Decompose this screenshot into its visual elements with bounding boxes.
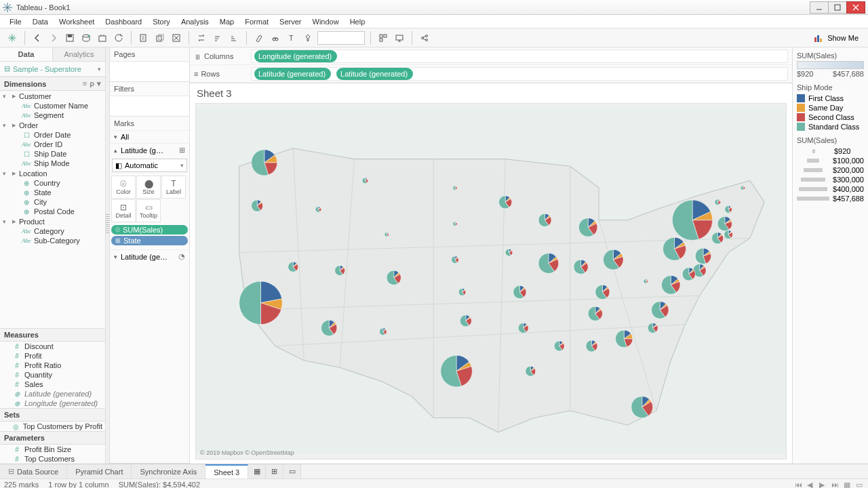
menu-dashboard[interactable]: Dashboard [100,16,147,27]
back-button[interactable] [29,30,45,46]
menu-analysis[interactable]: Analysis [176,16,214,27]
menu-map[interactable]: Map [214,16,239,27]
new-data-button[interactable] [78,30,94,46]
forward-button[interactable] [45,30,62,46]
menu-format[interactable]: Format [239,16,274,27]
field-order-id[interactable]: AbcOrder ID [0,140,105,149]
close-button[interactable] [846,1,865,14]
folder-order[interactable]: ▾▸Order [0,120,105,130]
group-button[interactable] [267,30,283,46]
datasource-tab[interactable]: ⊟Data Source [0,464,67,479]
highlight-button[interactable] [251,30,267,46]
showme-button[interactable]: Show Me [808,33,864,43]
color-card[interactable]: ⦾Color [111,176,136,199]
marks-pill-state[interactable]: ⊞State [111,236,188,245]
presentation-button[interactable] [391,30,408,46]
size-card[interactable]: ⬤Size [136,176,161,199]
marks-all-layer[interactable]: ▾All [110,130,189,143]
new-worksheet-button[interactable] [136,30,152,46]
set-top-customers-by-profit[interactable]: ◎Top Customers by Profit [0,422,105,431]
duplicate-button[interactable] [152,30,168,46]
rows-pill-latitude-a[interactable]: Latitude (generated) [254,68,331,80]
tooltip-card[interactable]: ▭Tooltip [136,199,161,222]
rows-pill-latitude-b[interactable]: Latitude (generated) [336,68,413,80]
clear-button[interactable] [168,30,184,46]
measure-discount[interactable]: #Discount [0,342,105,351]
nav-prev-icon[interactable]: ◀ [807,481,815,489]
rows-shelf[interactable]: ≡Rows Latitude (generated) Latitude (gen… [190,65,792,83]
folder-product[interactable]: ▾▸Product [0,216,105,226]
field-ship-mode[interactable]: AbcShip Mode [0,159,105,168]
marks-layer-a[interactable]: ▴Latitude (g…⊞ [110,143,189,157]
view-icon[interactable]: ≡ [83,79,87,88]
field-city[interactable]: ⊕City [0,197,105,207]
connection-row[interactable]: ⊟ Sample - Superstore ▾ [0,62,105,77]
swap-button[interactable] [193,30,210,46]
share-button[interactable] [416,30,433,46]
folder-location[interactable]: ▾▸Location [0,168,105,178]
label-button[interactable]: T [283,30,300,46]
marks-layer-b[interactable]: ▾Latitude (ge…◔ [110,249,189,263]
tableau-icon[interactable] [4,30,20,46]
columns-pill-longitude[interactable]: Longitude (generated) [254,50,337,62]
sort-asc-button[interactable] [210,30,226,46]
field-ship-date[interactable]: ☐Ship Date [0,149,105,159]
minimize-button[interactable] [810,1,829,14]
auto-update-button[interactable] [94,30,111,46]
columns-shelf[interactable]: ⫼Columns Longitude (generated) [190,47,792,65]
measure-profit[interactable]: #Profit [0,351,105,361]
measure-sales[interactable]: #Sales [0,380,105,389]
field-category[interactable]: AbcCategory [0,226,105,236]
field-postal-code[interactable]: ⊕Postal Code [0,207,105,216]
marks-pill-sumsales[interactable]: ⦾SUM(Sales) [111,225,188,235]
param-top-customers[interactable]: #Top Customers [0,454,105,464]
folder-customer[interactable]: ▾▸Customer [0,91,105,101]
measure-longitude-generated-[interactable]: ⊕Longitude (generated) [0,399,105,408]
left-splitter[interactable] [106,47,110,464]
measure-latitude-generated-[interactable]: ⊕Latitude (generated) [0,389,105,399]
field-order-date[interactable]: ☐Order Date [0,130,105,140]
menu-help[interactable]: Help [344,16,371,27]
menu-window[interactable]: Window [307,16,344,27]
detail-card[interactable]: ⊡Detail [111,199,136,222]
fit-selector[interactable] [317,31,365,45]
new-story-tab[interactable]: ▭ [283,464,301,479]
legend-first-class[interactable]: First Class [797,94,864,102]
cards-button[interactable] [375,30,391,46]
menu-data[interactable]: Data [27,16,54,27]
measure-profit-ratio[interactable]: #Profit Ratio [0,361,105,370]
field-segment[interactable]: AbcSegment [0,110,105,120]
field-state[interactable]: ⊕State [0,188,105,197]
map-viz[interactable]: © 2019 Mapbox © OpenStreetMap [195,103,787,460]
maximize-button[interactable] [828,1,847,14]
legend-standard-class[interactable]: Standard Class [797,123,864,131]
new-dashboard-tab[interactable]: ⊞ [266,464,283,479]
menu-worksheet[interactable]: Worksheet [54,16,100,27]
grid-view-icon[interactable]: ▦ [844,481,852,489]
sheet-tab-synchronize-axis[interactable]: Synchronize Axis [132,464,205,479]
field-country[interactable]: ⊕Country [0,178,105,188]
refresh-button[interactable] [111,30,127,46]
filters-shelf[interactable] [110,96,189,116]
menu-story[interactable]: Story [147,16,176,27]
nav-next-icon[interactable]: ▶ [819,481,827,489]
search-icon[interactable]: ρ [90,79,94,88]
sort-desc-button[interactable] [226,30,242,46]
legend-same-day[interactable]: Same Day [797,104,864,112]
sheet-tab-sheet-3[interactable]: Sheet 3 [205,464,248,479]
menu-file[interactable]: File [4,16,27,27]
sheet-title[interactable]: Sheet 3 [197,87,232,99]
menu-server[interactable]: Server [274,16,307,27]
save-button[interactable] [62,30,78,46]
field-customer-name[interactable]: AbcCustomer Name [0,101,105,110]
mark-type-selector[interactable]: ◧ Automatic ▾ [112,159,187,172]
data-tab[interactable]: Data [0,47,52,61]
measure-quantity[interactable]: #Quantity [0,370,105,380]
legend-second-class[interactable]: Second Class [797,113,864,121]
color-legend-gradient[interactable] [797,61,864,69]
label-card[interactable]: TLabel [161,176,186,199]
new-worksheet-tab[interactable]: ▦ [248,464,266,479]
sheet-tab-pyramid-chart[interactable]: Pyramid Chart [67,464,132,479]
analytics-tab[interactable]: Analytics [52,47,105,61]
field-sub-category[interactable]: AbcSub-Category [0,236,105,245]
